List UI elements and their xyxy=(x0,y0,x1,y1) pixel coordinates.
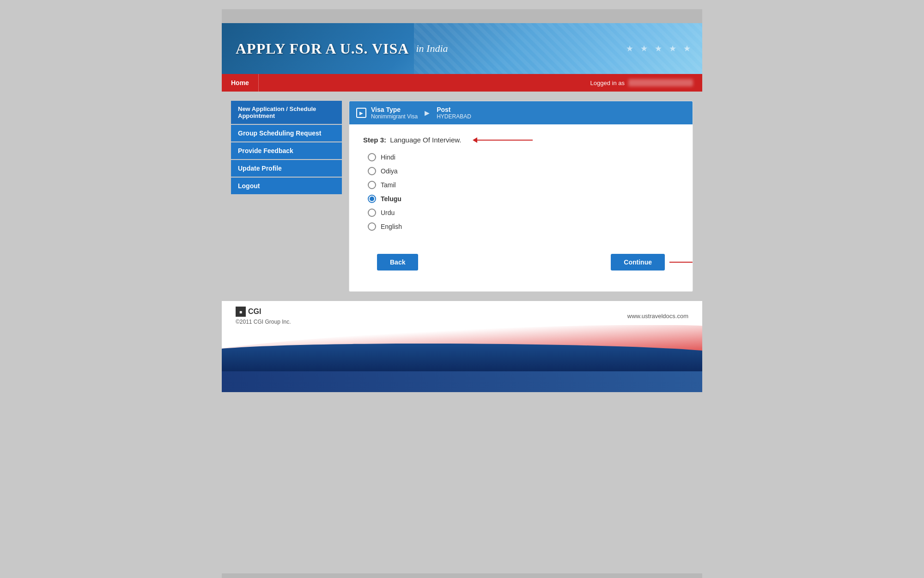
wave-blue xyxy=(222,344,702,371)
radio-label-telugu: Telugu xyxy=(381,195,401,203)
home-nav-item[interactable]: Home xyxy=(222,74,259,92)
breadcrumb-visa-type-value: Nonimmigrant Visa xyxy=(371,113,418,120)
stars-decoration xyxy=(601,23,693,74)
site-subtitle: in India xyxy=(416,43,448,55)
footer-url: www.ustraveldocs.com xyxy=(627,313,688,320)
footer-info: ■ CGI ©2011 CGI Group Inc. www.ustraveld… xyxy=(222,301,702,325)
step-title: Step 3: Language Of Interview. xyxy=(363,136,679,144)
continue-arrow-line xyxy=(669,262,693,263)
radio-label-odiya: Odiya xyxy=(381,167,398,175)
footer-bottom-bar xyxy=(222,371,702,392)
cgi-logo-box: ■ xyxy=(236,307,246,317)
breadcrumb-toggle[interactable] xyxy=(356,108,366,118)
radio-label-tamil: Tamil xyxy=(381,181,396,189)
sidebar-item-update-profile[interactable]: Update Profile xyxy=(231,160,342,177)
radio-telugu[interactable] xyxy=(368,195,376,203)
breadcrumb-visa-type: Visa Type Nonimmigrant Visa xyxy=(371,106,418,120)
radio-urdu[interactable] xyxy=(368,209,376,217)
logged-in-user xyxy=(628,79,693,86)
logged-in-label: Logged in as xyxy=(590,80,625,86)
radio-label-hindi: Hindi xyxy=(381,154,395,161)
continue-btn-wrapper: Continue xyxy=(611,254,665,271)
footer-logo-text: CGI xyxy=(248,307,261,316)
breadcrumb-visa-type-label: Visa Type xyxy=(371,106,418,113)
main-panel: Visa Type Nonimmigrant Visa ▶ Post HYDER… xyxy=(349,101,693,292)
breadcrumb-arrow-1: ▶ xyxy=(425,109,430,117)
sidebar-item-group-scheduling[interactable]: Group Scheduling Request xyxy=(231,125,342,141)
sidebar-item-logout[interactable]: Logout xyxy=(231,178,342,194)
footer-left: ■ CGI ©2011 CGI Group Inc. xyxy=(236,307,291,325)
breadcrumb-post: Post HYDERABAD xyxy=(437,106,471,120)
radio-tamil[interactable] xyxy=(368,181,376,189)
radio-item-odiya[interactable]: Odiya xyxy=(368,167,679,175)
footer-logo: ■ CGI xyxy=(236,307,291,317)
radio-english[interactable] xyxy=(368,222,376,231)
continue-button[interactable]: Continue xyxy=(611,254,665,271)
radio-item-urdu[interactable]: Urdu xyxy=(368,209,679,217)
breadcrumb-post-label: Post xyxy=(437,106,471,113)
language-radio-group: Hindi Odiya Tamil Telugu xyxy=(363,153,679,231)
sidebar-item-provide-feedback[interactable]: Provide Feedback xyxy=(231,142,342,159)
sidebar: New Application / Schedule Appointment G… xyxy=(231,101,342,292)
radio-label-urdu: Urdu xyxy=(381,209,395,216)
content-area: New Application / Schedule Appointment G… xyxy=(222,92,702,301)
button-bar: Back Continue xyxy=(363,245,679,280)
header-banner: APPLY FOR A U.S. VISA in India xyxy=(222,23,702,74)
breadcrumb-post-value: HYDERABAD xyxy=(437,113,471,120)
arrow-head-icon xyxy=(473,137,477,143)
site-title: APPLY FOR A U.S. VISA xyxy=(236,40,409,57)
radio-item-hindi[interactable]: Hindi xyxy=(368,153,679,161)
step-number: Step 3: Language Of Interview. xyxy=(363,136,461,144)
breadcrumb-bar: Visa Type Nonimmigrant Visa ▶ Post HYDER… xyxy=(349,101,693,124)
sidebar-item-new-application[interactable]: New Application / Schedule Appointment xyxy=(231,101,342,124)
radio-hindi[interactable] xyxy=(368,153,376,161)
radio-odiya[interactable] xyxy=(368,167,376,175)
continue-arrow-indicator xyxy=(669,259,693,265)
back-button[interactable]: Back xyxy=(377,254,418,271)
footer-wave-container xyxy=(222,325,702,371)
radio-item-english[interactable]: English xyxy=(368,222,679,231)
logged-in-info: Logged in as xyxy=(590,79,702,86)
arrow-line xyxy=(477,140,533,141)
footer-copyright: ©2011 CGI Group Inc. xyxy=(236,319,291,325)
radio-item-telugu[interactable]: Telugu xyxy=(368,195,679,203)
radio-label-english: English xyxy=(381,223,402,230)
nav-bar: Home Logged in as xyxy=(222,74,702,92)
radio-item-tamil[interactable]: Tamil xyxy=(368,181,679,189)
step-content: Step 3: Language Of Interview. Hindi xyxy=(349,124,693,291)
step-arrow-indicator xyxy=(473,137,533,143)
